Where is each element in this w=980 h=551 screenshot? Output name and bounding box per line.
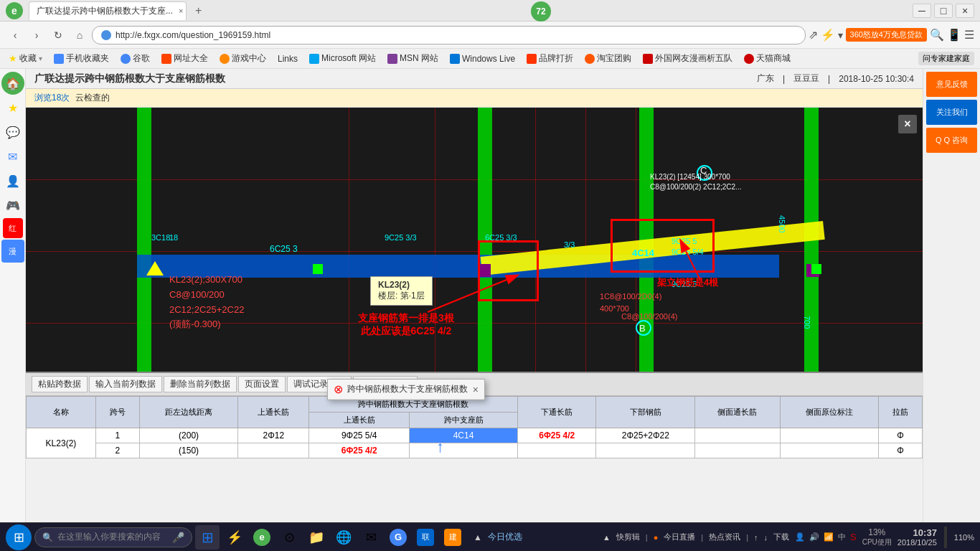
bookmark-windows-live[interactable]: Windows Live — [447, 52, 518, 65]
network-icon[interactable]: 📶 — [824, 532, 834, 542]
volume-icon[interactable]: 🔊 — [809, 532, 819, 542]
taskbar-app-edge[interactable]: ⚡ — [222, 525, 247, 550]
kuaijianji: 快剪辑 — [616, 532, 640, 542]
cad-section3: 6C25 3 — [270, 244, 298, 254]
cell-midsupport-2 — [410, 443, 518, 458]
close-btn[interactable]: × — [956, 4, 974, 18]
taskbar-app-yellow[interactable]: 建 — [440, 525, 465, 550]
location-text: 广东 — [757, 72, 774, 85]
bookmark-mobile[interactable]: 手机收藏夹 — [51, 51, 112, 66]
back-btn[interactable]: ‹ — [6, 26, 24, 44]
tooltip-floor: 楼层: 第·1层 — [378, 290, 425, 302]
cell-sidelabel-1 — [780, 428, 878, 443]
taskbar-app-g[interactable]: G — [386, 525, 410, 550]
cell-leftdist-2: (150) — [139, 443, 237, 458]
cell-topthrough-1: 2Φ12 — [238, 428, 309, 443]
red-rect-right — [611, 219, 715, 273]
tray-expand-icon[interactable]: ▲ — [603, 533, 611, 542]
share-icon[interactable]: ⇗ — [809, 28, 818, 42]
sidebar-red-icon[interactable]: 红 — [3, 218, 23, 238]
sort-up-icon[interactable]: ↑ — [754, 533, 758, 542]
live-icon: ● — [654, 533, 659, 542]
taskbar-app-chrome[interactable]: 🌐 — [331, 525, 356, 550]
bookmark-msn[interactable]: MSN 网站 — [385, 51, 441, 66]
bookmark-tmall[interactable]: 天猫商城 — [741, 51, 793, 66]
bookmark-microsoft[interactable]: Microsoft 网站 — [306, 51, 379, 66]
delete-current-btn[interactable]: 删除当前列数据 — [164, 376, 237, 392]
browser-tab[interactable]: 广联达提示跨中钢筋根数大于支座... × — [29, 1, 187, 20]
sidebar-game2-icon[interactable]: 🎮 — [1, 194, 24, 217]
page-settings-btn[interactable]: 页面设置 — [238, 376, 286, 392]
window-controls: ─ □ × — [913, 4, 974, 18]
lang-icon[interactable]: 中 — [838, 532, 846, 542]
taskbar-app-mail[interactable]: ✉ — [359, 525, 383, 550]
bookmark-nav[interactable]: 网址大全 — [159, 51, 211, 66]
dropdown-icon[interactable]: ▾ — [838, 29, 843, 41]
cad-close-btn[interactable]: × — [898, 115, 917, 133]
url-text: http://e.fxgx.com/question_1969159.html — [116, 30, 270, 40]
address-bar[interactable]: http://e.fxgx.com/question_1969159.html — [92, 26, 806, 44]
taskbar-apps: ⊞ ⚡ e ⊙ 📁 🌐 ✉ G 联 — [195, 525, 465, 550]
bookmark-google[interactable]: 谷歌 — [118, 51, 153, 66]
browse-count: 浏览18次 — [34, 92, 70, 104]
lightning-icon[interactable]: ⚡ — [821, 28, 835, 42]
expert-area-btn[interactable]: 问专家建家庭 — [918, 52, 974, 65]
taskbar-app-ie[interactable]: e — [250, 525, 274, 550]
cell-tie-2: Φ — [879, 443, 923, 458]
antivirus-icon[interactable]: S — [850, 532, 857, 542]
stir-info: 1C8@100/2D0(4) 400*700 — [600, 291, 661, 314]
sidebar-bookmark-icon[interactable]: ★ — [1, 96, 24, 119]
taskbar-app-1[interactable]: ⊞ — [195, 525, 220, 550]
refresh-btn[interactable]: ↻ — [49, 26, 67, 44]
taskbar-app-outlook[interactable]: ⊙ — [277, 525, 301, 550]
bookmark-discount[interactable]: 品牌打折 — [524, 51, 576, 66]
sidebar-qq-icon[interactable]: 👤 — [1, 169, 24, 192]
sidebar-comic-icon[interactable]: 漫 — [1, 240, 24, 263]
sidebar-chat-icon[interactable]: 💬 — [1, 121, 24, 143]
paste-btn[interactable]: 粘贴跨数据 — [32, 376, 88, 392]
sort-down-icon[interactable]: ↓ — [764, 533, 768, 542]
feedback-btn[interactable]: 意见反馈 — [926, 72, 977, 97]
error-close-btn[interactable]: × — [473, 384, 479, 395]
today-live: 今日直播 — [664, 532, 695, 542]
taskbar-app-blue[interactable]: 联 — [413, 525, 438, 550]
input-current-btn[interactable]: 输入当前列数据 — [89, 376, 162, 392]
sidebar-home-icon[interactable]: 🏠 — [1, 72, 24, 95]
dim-label: 4500 — [778, 215, 786, 232]
phone-icon[interactable]: 📱 — [947, 28, 961, 42]
tray-icon-1[interactable]: 👤 — [795, 532, 805, 542]
cell-span-2: 2 — [95, 443, 139, 458]
bookmark-game[interactable]: 游戏中心 — [217, 51, 269, 66]
bookmark-favorites[interactable]: ★ 收藏 ▾ — [6, 51, 45, 66]
cpu-percent: 13% — [868, 527, 885, 537]
start-btn[interactable]: ⊞ — [6, 524, 32, 550]
right-beam-info: KL23(2) [12454] 300*700 C8@100/200(2) 2C… — [650, 172, 741, 192]
col-sidelabel-header: 侧面原位标注 — [780, 397, 878, 428]
taskbar-search[interactable]: 🔍 在这里输入你要搜索的内容 🎤 — [34, 527, 192, 547]
follow-btn[interactable]: 关注我们 — [926, 100, 977, 125]
qq-btn[interactable]: Q Q 咨询 — [926, 128, 977, 153]
home-btn[interactable]: ⌂ — [70, 26, 89, 44]
more-icon[interactable]: ☰ — [964, 28, 974, 42]
ad-banner[interactable]: 360怒放4万免息贷款 — [846, 28, 927, 42]
clock-time: 10:37 — [897, 527, 937, 538]
taskbar-app-explorer[interactable]: 📁 — [304, 525, 329, 550]
today-best[interactable]: 今日优选 — [488, 531, 522, 543]
restore-btn[interactable]: □ — [934, 4, 953, 18]
new-tab-btn[interactable]: + — [188, 1, 209, 20]
clock: 10:37 2018/10/25 — [897, 527, 937, 547]
cell-midsupport-1[interactable]: 4C14 — [410, 428, 518, 443]
cell-botrebar-1: 2Φ25+2Φ22 — [596, 428, 695, 443]
stir-info2: C8@100/200(4) — [621, 312, 677, 321]
search-icon[interactable]: 🔍 — [930, 28, 944, 42]
bookmark-taobao[interactable]: 淘宝团购 — [582, 51, 634, 66]
forward-btn[interactable]: › — [27, 26, 46, 44]
date-text: 2018-10-25 10:30:4 — [839, 74, 914, 84]
bookmark-manga[interactable]: 外国网友漫画析五队 — [640, 51, 735, 66]
clock-date: 2018/10/25 — [897, 538, 937, 547]
sidebar-mail-icon[interactable]: ✉ — [1, 145, 24, 168]
minimize-btn[interactable]: ─ — [913, 4, 931, 18]
windows-live-label: Windows Live — [462, 54, 515, 64]
tab-close-btn[interactable]: × — [179, 6, 183, 15]
bookmark-links[interactable]: Links — [275, 52, 301, 65]
